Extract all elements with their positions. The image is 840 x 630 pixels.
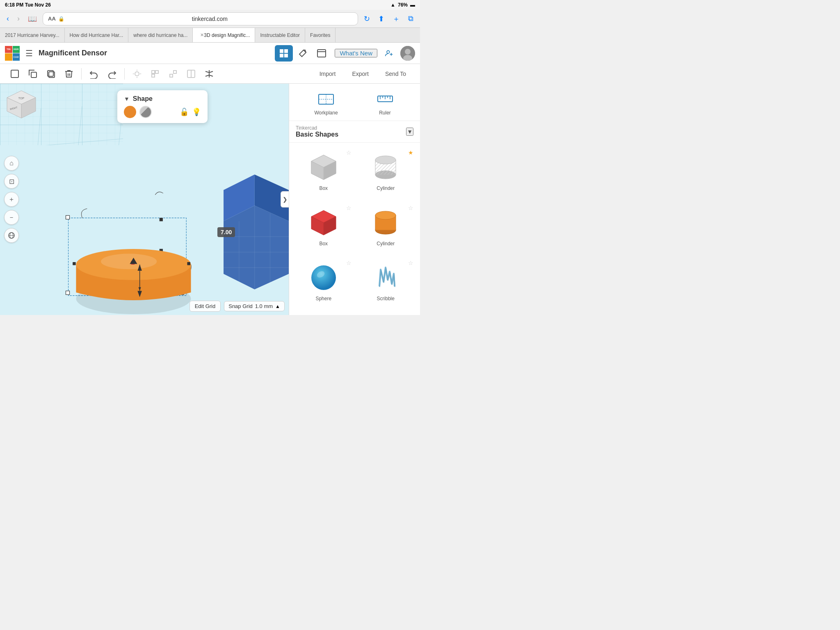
ruler-icon (375, 89, 395, 108)
redo-button[interactable] (104, 66, 120, 82)
user-avatar[interactable] (400, 46, 415, 61)
snap-grid-value: 1.0 mm (255, 303, 273, 309)
shape-item-scribble[interactable]: ☆ Scribble (355, 256, 417, 312)
svg-point-10 (405, 49, 411, 55)
workplane-icon (316, 89, 336, 108)
bookmarks-button[interactable]: 📖 (25, 13, 39, 25)
canvas-objects (0, 84, 289, 315)
sphere-blue-thumbnail (307, 261, 340, 294)
snap-grid-label: Snap Grid (228, 303, 253, 309)
export-button[interactable]: Export (345, 68, 376, 80)
add-user-button[interactable] (381, 46, 396, 61)
menu-icon-button[interactable]: ☰ (24, 47, 34, 60)
share-button[interactable]: ⬆ (376, 13, 387, 25)
tab-favorites[interactable]: Favorites (305, 28, 336, 42)
shape-item-cylinder-orange[interactable]: ☆ Cylinder (355, 201, 417, 257)
svg-rect-13 (31, 72, 37, 78)
light-button[interactable] (129, 66, 145, 82)
url-text: tinkercad.com (67, 16, 353, 22)
logo-ker: KER (13, 46, 20, 53)
undo-button[interactable] (86, 66, 102, 82)
shapes-dropdown-button[interactable]: ▼ (406, 128, 413, 136)
tab-hurricane3[interactable]: where did hurricane ha... (128, 28, 193, 42)
svg-rect-4 (317, 50, 326, 57)
code-view-button[interactable] (313, 45, 331, 62)
star-sphere-blue[interactable]: ☆ (346, 260, 352, 266)
import-button[interactable]: Import (312, 68, 343, 80)
tab-instructable[interactable]: Instructable Editor (255, 28, 305, 42)
build-view-button[interactable] (294, 45, 312, 62)
shape-name-cylinder-gray: Cylinder (377, 185, 395, 191)
star-scribble[interactable]: ☆ (408, 260, 413, 266)
svg-rect-1 (284, 49, 288, 53)
duplicate-button[interactable] (43, 66, 59, 82)
svg-rect-12 (11, 70, 18, 78)
svg-rect-56 (66, 291, 69, 294)
tinkercad-logo: TIN KER CAD (5, 46, 20, 61)
shape-name-sphere-blue: Sphere (315, 296, 331, 301)
star-cylinder-orange[interactable]: ☆ (408, 205, 413, 211)
align-button[interactable] (165, 66, 181, 82)
shape-name-scribble: Scribble (377, 296, 395, 301)
battery-level: 76% (398, 2, 408, 8)
svg-rect-0 (280, 49, 283, 53)
star-box-red[interactable]: ☆ (346, 205, 352, 211)
shape-name-box-gray: Box (319, 185, 328, 191)
workplane-label: Workplane (314, 110, 338, 116)
tab-hurricane2[interactable]: How did Hurricane Har... (65, 28, 129, 42)
ruler-label: Ruler (379, 110, 391, 116)
box-red-thumbnail (307, 206, 340, 239)
browser-bar: ‹ › 📖 AA 🔒 tinkercad.com ↻ ⬆ ＋ ⧉ (0, 10, 420, 28)
svg-point-102 (311, 265, 336, 290)
svg-rect-23 (152, 74, 155, 77)
shape-item-box-gray[interactable]: ☆ Box (292, 146, 355, 201)
status-time: 6:18 PM Tue Nov 26 (5, 2, 51, 8)
reload-button[interactable]: ↻ (361, 13, 372, 25)
tabs-bar: 2017 Hurricane Harvey... How did Hurrica… (0, 28, 420, 43)
copy-button[interactable] (25, 66, 41, 82)
collapse-panel-button[interactable]: ❯ (281, 191, 289, 208)
main-content: TOP RIGHT ⌂ ⊡ ＋ － ▼ Shape (0, 84, 420, 315)
delete-button[interactable] (61, 66, 77, 82)
workplane-tool[interactable]: Workplane (314, 89, 338, 116)
ruler-tool[interactable]: Ruler (375, 89, 395, 116)
star-box-gray[interactable]: ☆ (346, 149, 352, 156)
tabs-button[interactable]: ⧉ (406, 13, 416, 25)
battery-icon: ▬ (410, 2, 415, 8)
tab-hurricane1[interactable]: 2017 Hurricane Harvey... (0, 28, 65, 42)
shape-name-box-red: Box (319, 241, 328, 247)
back-button[interactable]: ‹ (4, 13, 11, 25)
new-tab-button[interactable]: ＋ (390, 12, 402, 25)
toolbar-separator-2 (124, 68, 125, 80)
cylinder-gray-thumbnail (369, 151, 402, 184)
shape-item-box-red[interactable]: ☆ Box (292, 201, 355, 257)
address-bar[interactable]: AA 🔒 tinkercad.com (43, 12, 358, 25)
measure-tooltip: 7.00 (217, 227, 235, 237)
tab-close-icon[interactable]: ✕ (200, 32, 204, 38)
aa-label: AA (48, 16, 56, 22)
send-to-button[interactable]: Send To (378, 68, 413, 80)
shape-ops-button[interactable] (147, 66, 163, 82)
logo-dot (5, 53, 12, 61)
edit-grid-button[interactable]: Edit Grid (189, 301, 221, 312)
canvas-area[interactable]: TOP RIGHT ⌂ ⊡ ＋ － ▼ Shape (0, 84, 289, 315)
forward-button[interactable]: › (15, 13, 22, 25)
shape-item-sphere-blue[interactable]: ☆ Sphere (292, 256, 355, 312)
wifi-icon: ▲ (390, 2, 395, 8)
star-cylinder-gray[interactable]: ★ (408, 149, 413, 156)
scribble-thumbnail (369, 261, 402, 294)
shapes-header: Tinkercad Basic Shapes ▼ (289, 121, 420, 143)
whats-new-button[interactable]: What's New (335, 49, 377, 57)
snap-grid-increment-button[interactable]: ▲ (275, 304, 280, 309)
tab-3ddesign[interactable]: ✕ 3D design Magnific... (193, 28, 255, 42)
new-object-button[interactable] (7, 66, 23, 82)
mirror-button[interactable] (201, 66, 217, 82)
grid-view-button[interactable] (275, 45, 293, 62)
group-button[interactable] (183, 66, 199, 82)
status-right: ▲ 76% ▬ (390, 2, 415, 8)
shape-item-cylinder-gray[interactable]: ★ Cylinder (355, 146, 417, 201)
svg-rect-25 (170, 74, 173, 77)
cylinder-orange-thumbnail (369, 206, 402, 239)
svg-point-62 (101, 253, 157, 269)
status-bar: 6:18 PM Tue Nov 26 ▲ 76% ▬ (0, 0, 420, 10)
